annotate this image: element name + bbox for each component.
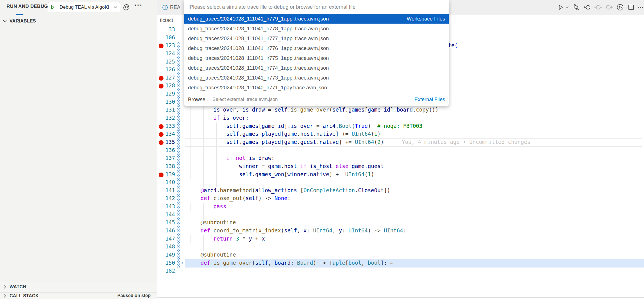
code-line[interactable]: 131is_over, is_draw = self.is_game_over(…	[157, 106, 644, 114]
code-line[interactable]: 148	[157, 243, 644, 251]
modified-gutter-stripe	[177, 203, 180, 211]
gear-icon[interactable]	[123, 3, 130, 11]
quickpick-item[interactable]: debug_traces/20241028_111041_lr775_1appl…	[184, 53, 449, 63]
line-number[interactable]: 140	[161, 179, 175, 185]
swap-trace-icon[interactable]	[572, 3, 580, 12]
code-line[interactable]: 144	[157, 211, 644, 219]
variables-section-header[interactable]: VARIABLES	[0, 16, 157, 26]
editor-more-actions-icon[interactable]	[638, 3, 643, 12]
tab-readme[interactable]: REA	[159, 0, 180, 15]
line-number[interactable]: 139	[161, 171, 175, 177]
code-line[interactable]: 134self.games_played[game.host.native] +…	[157, 130, 644, 139]
debug-config-select[interactable]: Debug TEAL via AlgoKi	[57, 4, 113, 10]
modified-gutter-stripe	[177, 50, 180, 58]
line-number[interactable]: 144	[161, 211, 175, 218]
modified-gutter-stripe	[177, 139, 180, 147]
line-number[interactable]: 135	[161, 139, 175, 145]
line-number[interactable]: 150	[161, 260, 175, 266]
line-number[interactable]: 138	[161, 163, 175, 169]
code-text: return 3 * y + x	[214, 235, 265, 242]
line-number[interactable]: 126	[161, 66, 175, 73]
quickpick-item[interactable]: debug_traces/20241028_111041_lr779_1appl…	[184, 14, 449, 24]
modified-gutter-stripe	[177, 179, 180, 187]
line-number[interactable]: 131	[161, 107, 175, 113]
line-number[interactable]: 148	[161, 243, 175, 250]
line-number[interactable]: 106	[161, 34, 175, 40]
code-line[interactable]: 147return 3 * y + x	[157, 235, 644, 243]
code-line[interactable]: 146def coord_to_matrix_index(self, x: UI…	[157, 227, 644, 235]
quickpick-item[interactable]: debug_traces/20241028_111041_lr776_1appl…	[184, 43, 449, 53]
debug-config-control[interactable]: Debug TEAL via AlgoKi	[48, 2, 120, 12]
line-number[interactable]: 136	[161, 147, 175, 153]
line-number[interactable]: 133	[161, 123, 175, 129]
quickpick-item[interactable]: debug_traces/20241028_111041_lr773_1appl…	[184, 73, 449, 83]
browse-label: Browse...	[188, 96, 210, 103]
code-line[interactable]: 141@arc4.baremethod(allow_actions=[OnCom…	[157, 187, 644, 195]
line-number[interactable]: 123	[161, 42, 175, 48]
trace-graph-icon[interactable]	[616, 3, 624, 12]
quickpick-browse-item[interactable]: Browse... Select external .trace.avm.jso…	[184, 94, 449, 105]
quickpick-item[interactable]: debug_traces/20241028_111041_lr778_1appl…	[184, 24, 449, 33]
breadcrumb[interactable]: tictact	[160, 17, 173, 23]
debug-toolbar	[556, 0, 644, 15]
modified-gutter-stripe	[177, 243, 180, 251]
line-number[interactable]: 137	[161, 155, 175, 161]
editor-bottom-divider	[157, 297, 644, 298]
code-line[interactable]: 150›def is_game_over(self, board: Board)…	[157, 259, 644, 268]
code-line[interactable]: 136	[157, 147, 644, 155]
line-number[interactable]: 127	[161, 74, 175, 81]
quickpick-item[interactable]: debug_traces/20241028_111041_lr777_1appl…	[184, 33, 449, 43]
line-number[interactable]: 142	[161, 195, 175, 201]
browse-hint: Select external .trace.avm.json	[212, 97, 278, 102]
quickpick-item[interactable]: debug_traces/20241028_111041_lr774_1appl…	[184, 63, 449, 73]
line-number[interactable]: 147	[161, 235, 175, 242]
code-text: winner = game.host if is_host else game.…	[239, 163, 384, 169]
line-number[interactable]: 124	[161, 50, 175, 56]
line-number[interactable]: 141	[161, 187, 175, 193]
code-line[interactable]: 143pass	[157, 203, 644, 211]
run-dropdown-chevron-icon[interactable]	[565, 3, 570, 12]
more-actions-icon[interactable]: ···	[134, 1, 143, 9]
code-line[interactable]: 135self.games_played[game.guest.native] …	[157, 139, 644, 147]
modified-gutter-stripe	[177, 58, 180, 66]
quickpick-item[interactable]: debug_traces/20241028_111040_lr771_1pay.…	[184, 83, 449, 92]
play-icon	[50, 4, 55, 10]
line-number[interactable]: 134	[161, 131, 175, 137]
line-number[interactable]: 149	[161, 252, 175, 258]
line-number[interactable]: 128	[161, 82, 175, 89]
sidebar-title-row: RUN AND DEBUG Debug TEAL via AlgoKi ···	[0, 0, 157, 15]
code-line[interactable]: 138winner = game.host if is_host else ga…	[157, 163, 644, 171]
quickpick-input[interactable]: Please select a simulate trace file to d…	[187, 2, 446, 12]
line-number[interactable]: 182	[161, 268, 175, 274]
code-line[interactable]: 140	[157, 179, 644, 187]
line-number[interactable]: 129	[161, 90, 175, 97]
code-line[interactable]: 142def close_out(self) -> None:	[157, 195, 644, 203]
code-line[interactable]: 132if is_over:	[157, 114, 644, 123]
code-line[interactable]: 139self.games_won[winner.native] += UInt…	[157, 171, 644, 179]
indent-guide	[216, 123, 217, 131]
code-text: def is_game_over(self, board: Board) -> …	[201, 260, 394, 266]
line-number[interactable]: 132	[161, 115, 175, 121]
line-number[interactable]: 130	[161, 99, 175, 105]
code-line[interactable]: 145@subroutine	[157, 219, 644, 227]
line-number[interactable]: 146	[161, 227, 175, 234]
fold-chevron-icon[interactable]: ›	[181, 260, 184, 266]
line-number[interactable]: 125	[161, 58, 175, 65]
start-debug-button[interactable]	[48, 2, 57, 12]
current-transaction-icon[interactable]	[594, 3, 602, 12]
indent-guide	[203, 171, 204, 179]
code-line[interactable]: 137if not is_draw:	[157, 155, 644, 163]
watch-section-header[interactable]: WATCH	[0, 282, 157, 292]
code-line[interactable]: 133self.games[game_id].is_over = arc4.Bo…	[157, 123, 644, 131]
run-button[interactable]	[556, 3, 565, 12]
chevron-down-icon	[113, 5, 120, 10]
line-number[interactable]: 143	[161, 203, 175, 209]
next-transaction-icon[interactable]	[605, 3, 613, 12]
previous-transaction-icon[interactable]	[583, 3, 591, 12]
split-editor-icon[interactable]	[627, 3, 635, 12]
line-number[interactable]: 33	[161, 26, 175, 32]
line-number[interactable]: 145	[161, 219, 175, 225]
code-line[interactable]: 182	[157, 267, 644, 275]
modified-gutter-stripe	[177, 259, 180, 268]
code-line[interactable]: 149@subroutine	[157, 251, 644, 259]
